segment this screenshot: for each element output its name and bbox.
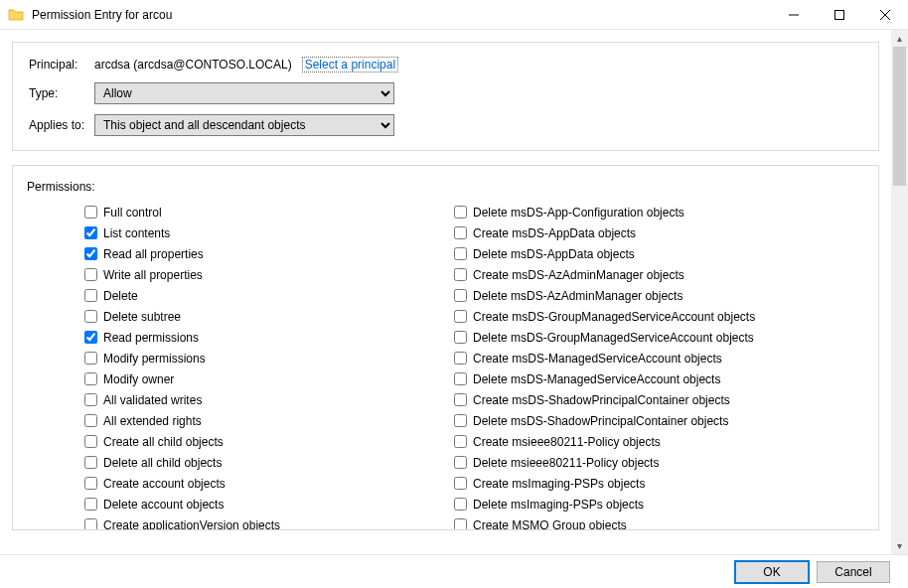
permission-checkbox[interactable] (454, 498, 467, 511)
permission-checkbox[interactable] (454, 247, 467, 260)
vertical-scrollbar[interactable]: ▴ ▾ (891, 30, 908, 554)
scroll-down-arrow-icon[interactable]: ▾ (891, 537, 908, 554)
permission-checkbox[interactable] (84, 247, 97, 260)
permission-label: Delete msDS-AppData objects (473, 247, 635, 261)
permission-label: Create msDS-AzAdminManager objects (473, 268, 684, 282)
permission-item[interactable]: Delete msDS-AppData objects (396, 243, 766, 264)
permission-item[interactable]: Delete msDS-AzAdminManager objects (396, 285, 766, 306)
permission-item[interactable]: Write all properties (27, 264, 396, 285)
permission-item[interactable]: Modify permissions (27, 348, 396, 368)
permission-checkbox[interactable] (84, 518, 97, 530)
permission-item[interactable]: Create msImaging-PSPs objects (396, 473, 766, 494)
applies-to-select[interactable]: This object and all descendant objects (94, 114, 394, 136)
permission-item[interactable]: Delete msDS-ShadowPrincipalContainer obj… (396, 410, 766, 431)
permission-checkbox[interactable] (84, 331, 97, 344)
permission-item[interactable]: List contents (27, 222, 396, 243)
permission-item[interactable]: Delete subtree (27, 306, 396, 327)
permission-checkbox[interactable] (84, 456, 97, 469)
permission-checkbox[interactable] (454, 477, 467, 490)
permission-item[interactable]: Modify owner (27, 368, 396, 389)
permission-item[interactable]: Create account objects (27, 473, 396, 494)
permission-checkbox[interactable] (84, 498, 97, 511)
permission-checkbox[interactable] (84, 477, 97, 490)
cancel-button[interactable]: Cancel (817, 561, 890, 583)
maximize-button[interactable] (817, 0, 862, 30)
permission-checkbox[interactable] (454, 372, 467, 385)
content-area: Principal: arcdsa (arcdsa@CONTOSO.LOCAL)… (0, 30, 891, 554)
permission-label: Write all properties (103, 268, 203, 282)
permission-item[interactable]: Delete msDS-App-Configuration objects (396, 202, 766, 222)
permission-item[interactable]: Create MSMQ Group objects (396, 514, 766, 530)
permission-item[interactable]: Delete msImaging-PSPs objects (396, 494, 766, 514)
permission-item[interactable]: Create msDS-AzAdminManager objects (396, 264, 766, 285)
permission-item[interactable]: Read all properties (27, 243, 396, 264)
permission-label: Create msDS-ManagedServiceAccount object… (473, 352, 722, 366)
permission-label: Create msDS-GroupManagedServiceAccount o… (473, 310, 755, 324)
permission-label: All extended rights (103, 414, 202, 428)
footer: OK Cancel (0, 554, 908, 588)
permission-checkbox[interactable] (84, 435, 97, 448)
close-button[interactable] (862, 0, 908, 30)
permission-item[interactable]: Create msDS-AppData objects (396, 222, 766, 243)
permission-checkbox[interactable] (84, 206, 97, 219)
permission-item[interactable]: Create msDS-GroupManagedServiceAccount o… (396, 306, 766, 327)
permission-checkbox[interactable] (84, 352, 97, 365)
permission-item[interactable]: Delete msDS-ManagedServiceAccount object… (396, 368, 766, 389)
permission-item[interactable]: Create all child objects (27, 431, 396, 452)
permission-checkbox[interactable] (454, 435, 467, 448)
permission-checkbox[interactable] (454, 310, 467, 323)
permission-checkbox[interactable] (84, 372, 97, 385)
permission-label: Delete msDS-AzAdminManager objects (473, 289, 682, 303)
principal-label: Principal: (29, 58, 94, 72)
permission-checkbox[interactable] (454, 289, 467, 302)
scroll-thumb[interactable] (893, 47, 906, 186)
permission-item[interactable]: Create applicationVersion objects (27, 514, 396, 530)
select-principal-link[interactable]: Select a principal (302, 57, 398, 73)
permission-label: Delete all child objects (103, 456, 222, 470)
permission-checkbox[interactable] (454, 268, 467, 281)
permission-item[interactable]: Delete account objects (27, 494, 396, 514)
permission-checkbox[interactable] (84, 268, 97, 281)
permission-checkbox[interactable] (84, 393, 97, 406)
permission-checkbox[interactable] (454, 393, 467, 406)
permission-item[interactable]: Create msDS-ManagedServiceAccount object… (396, 348, 766, 368)
permission-checkbox[interactable] (454, 226, 467, 239)
permission-item[interactable]: Read permissions (27, 327, 396, 348)
permission-item[interactable]: Full control (27, 202, 396, 222)
scroll-up-arrow-icon[interactable]: ▴ (891, 30, 908, 47)
permission-label: Create applicationVersion objects (103, 518, 280, 531)
permissions-label: Permissions: (27, 180, 864, 194)
permission-checkbox[interactable] (84, 226, 97, 239)
ok-button[interactable]: OK (735, 561, 809, 583)
permission-item[interactable]: Delete all child objects (27, 452, 396, 473)
permission-item[interactable]: All extended rights (27, 410, 396, 431)
permission-label: Create msImaging-PSPs objects (473, 477, 645, 491)
permission-item[interactable]: Delete msDS-GroupManagedServiceAccount o… (396, 327, 766, 348)
window-title: Permission Entry for arcou (32, 8, 771, 22)
permission-checkbox[interactable] (454, 206, 467, 219)
permission-item[interactable]: Create msDS-ShadowPrincipalContainer obj… (396, 389, 766, 410)
type-select[interactable]: Allow (94, 82, 394, 104)
folder-icon (8, 7, 24, 23)
permission-label: Create account objects (103, 477, 226, 491)
permission-checkbox[interactable] (84, 310, 97, 323)
permission-item[interactable]: Create msieee80211-Policy objects (396, 431, 766, 452)
permission-label: Create msieee80211-Policy objects (473, 435, 661, 449)
permission-checkbox[interactable] (84, 289, 97, 302)
permission-checkbox[interactable] (454, 414, 467, 427)
permission-checkbox[interactable] (454, 456, 467, 469)
minimize-button[interactable] (771, 0, 817, 30)
permission-item[interactable]: Delete msieee80211-Policy objects (396, 452, 766, 473)
permission-item[interactable]: All validated writes (27, 389, 396, 410)
permission-label: All validated writes (103, 393, 202, 407)
permission-checkbox[interactable] (84, 414, 97, 427)
permission-label: Delete msDS-App-Configuration objects (473, 206, 684, 220)
permission-checkbox[interactable] (454, 518, 467, 530)
permission-label: List contents (103, 226, 170, 240)
permission-checkbox[interactable] (454, 331, 467, 344)
permission-item[interactable]: Delete (27, 285, 396, 306)
principal-value: arcdsa (arcdsa@CONTOSO.LOCAL) (94, 58, 292, 72)
permission-checkbox[interactable] (454, 352, 467, 365)
permission-label: Modify permissions (103, 352, 206, 366)
permission-label: Delete account objects (103, 498, 224, 512)
